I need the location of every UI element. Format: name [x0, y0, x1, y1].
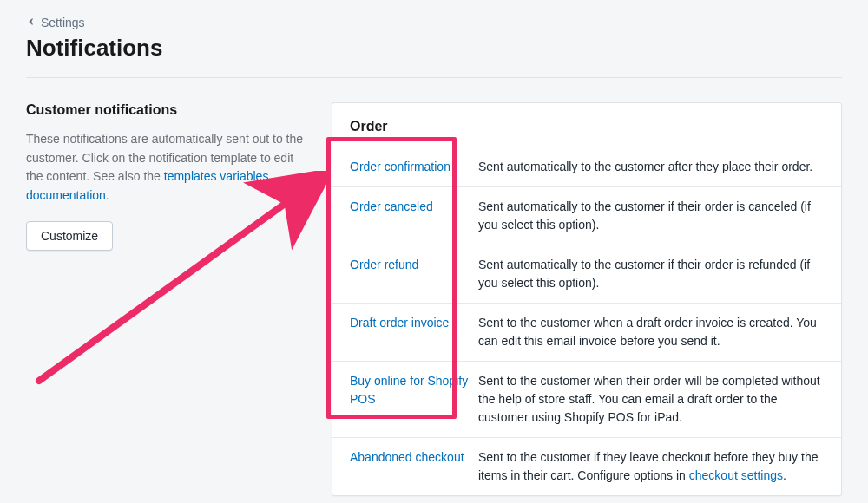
- page-title: Notifications: [26, 35, 842, 62]
- notification-row: Order refund Sent automatically to the c…: [332, 245, 841, 303]
- notification-row: Abandoned checkout Sent to the customer …: [332, 437, 841, 495]
- notification-link-draft-invoice[interactable]: Draft order invoice: [350, 314, 478, 350]
- notification-link-abandoned-checkout[interactable]: Abandoned checkout: [350, 448, 478, 485]
- notification-desc: Sent automatically to the customer if th…: [478, 256, 824, 292]
- notification-row: Order canceled Sent automatically to the…: [332, 186, 841, 245]
- section-description: These notifications are automatically se…: [26, 130, 304, 206]
- breadcrumb-label: Settings: [41, 16, 85, 29]
- notification-link-order-refund[interactable]: Order refund: [350, 256, 478, 292]
- notification-desc: Sent automatically to the customer if th…: [478, 198, 824, 234]
- notification-row: Order confirmation Sent automatically to…: [332, 147, 841, 186]
- chevron-left-icon: [26, 16, 36, 29]
- breadcrumb[interactable]: Settings: [26, 16, 842, 29]
- checkout-settings-link[interactable]: checkout settings: [689, 468, 783, 482]
- notification-desc: Sent to the customer when their order wi…: [478, 372, 824, 427]
- section-heading: Customer notifications: [26, 102, 304, 118]
- notification-link-buy-online-pos[interactable]: Buy online for Shopify POS: [350, 372, 478, 427]
- notification-row: Draft order invoice Sent to the customer…: [332, 303, 841, 361]
- divider: [26, 77, 842, 78]
- card-title: Order: [332, 103, 841, 147]
- notification-link-order-canceled[interactable]: Order canceled: [350, 198, 478, 234]
- notification-link-order-confirmation[interactable]: Order confirmation: [350, 158, 478, 176]
- sidebar-description: Customer notifications These notificatio…: [26, 102, 304, 251]
- customize-button[interactable]: Customize: [26, 221, 113, 251]
- notification-desc: Sent to the customer if they leave check…: [478, 448, 824, 485]
- notification-row: Buy online for Shopify POS Sent to the c…: [332, 361, 841, 437]
- order-card: Order Order confirmation Sent automatica…: [332, 102, 842, 496]
- notification-desc: Sent automatically to the customer after…: [478, 158, 812, 176]
- notification-desc: Sent to the customer when a draft order …: [478, 314, 824, 350]
